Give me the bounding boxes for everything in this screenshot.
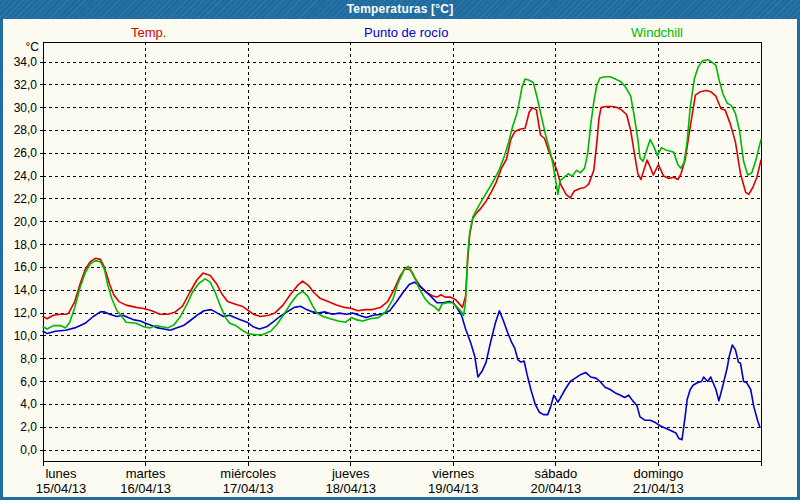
y-tick-label: 30,0 [14,101,38,115]
y-tick-label: 32,0 [14,78,38,92]
day-date-label: 15/04/13 [36,481,87,496]
y-tick-label: 8,0 [20,352,37,366]
temperature-chart: 0,02,04,06,08,010,012,014,016,018,020,02… [3,19,797,497]
dew-point-line [43,282,760,440]
y-tick-label: 28,0 [14,123,38,137]
day-date-label: 17/04/13 [223,481,274,496]
temp-line [43,91,761,319]
y-tick-label: 16,0 [14,260,38,274]
day-name-label: lunes [45,466,77,481]
y-tick-label: 0,0 [20,443,37,457]
day-name-label: viernes [432,466,474,481]
y-tick-label: 2,0 [20,420,37,434]
day-name-label: domingo [633,466,683,481]
day-name-label: sábado [535,466,578,481]
day-date-label: 19/04/13 [428,481,479,496]
y-tick-label: 22,0 [14,192,38,206]
day-name-label: jueves [331,466,370,481]
chart-panel: Temp. Punto de rocío Windchill °C 0,02,0… [3,19,797,497]
day-date-label: 21/04/13 [633,481,684,496]
day-date-label: 20/04/13 [531,481,582,496]
day-date-label: 16/04/13 [120,481,171,496]
y-tick-label: 10,0 [14,329,38,343]
y-tick-label: 26,0 [14,146,38,160]
y-tick-label: 24,0 [14,169,38,183]
y-tick-label: 18,0 [14,238,38,252]
window-titlebar[interactable]: Temperaturas [°C] [0,0,800,19]
y-tick-label: 12,0 [14,306,38,320]
day-date-label: 18/04/13 [325,481,376,496]
y-tick-label: 20,0 [14,215,38,229]
y-tick-label: 4,0 [20,397,37,411]
plot-border [43,42,761,462]
y-tick-label: 34,0 [14,55,38,69]
y-tick-label: 6,0 [20,375,37,389]
app-window: Temperaturas [°C] Temp. Punto de rocío W… [0,0,800,500]
y-tick-label: 14,0 [14,283,38,297]
window-title: Temperaturas [°C] [0,0,800,19]
day-name-label: martes [126,466,166,481]
day-name-label: miércoles [220,466,276,481]
